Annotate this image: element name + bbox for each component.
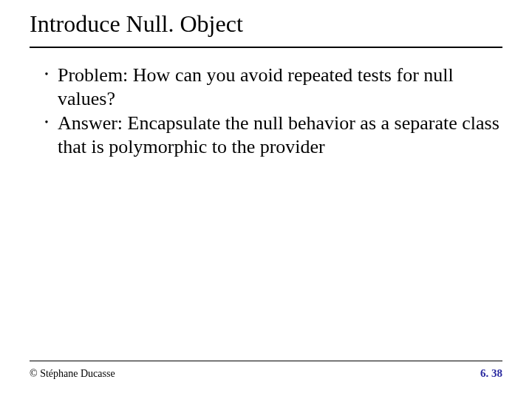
bullet-icon: • — [43, 112, 50, 134]
bullet-icon: • — [43, 64, 50, 86]
copyright: © Stéphane Ducasse — [30, 368, 115, 380]
list-item: • Answer: Encapsulate the null behavior … — [43, 112, 502, 158]
title-block: Introduce Null. Object — [30, 10, 502, 48]
footer: © Stéphane Ducasse 6. 38 — [30, 361, 502, 380]
bullet-text: Problem: How can you avoid repeated test… — [58, 64, 502, 110]
list-item: • Problem: How can you avoid repeated te… — [43, 64, 502, 110]
page-number: 6. 38 — [480, 367, 502, 380]
bullet-text: Answer: Encapsulate the null behavior as… — [58, 112, 502, 158]
footer-row: © Stéphane Ducasse 6. 38 — [30, 367, 502, 380]
slide: Introduce Null. Object • Problem: How ca… — [0, 0, 532, 399]
slide-title: Introduce Null. Object — [30, 10, 502, 45]
title-underline — [30, 47, 502, 48]
body: • Problem: How can you avoid repeated te… — [43, 64, 502, 160]
footer-rule — [30, 361, 502, 361]
